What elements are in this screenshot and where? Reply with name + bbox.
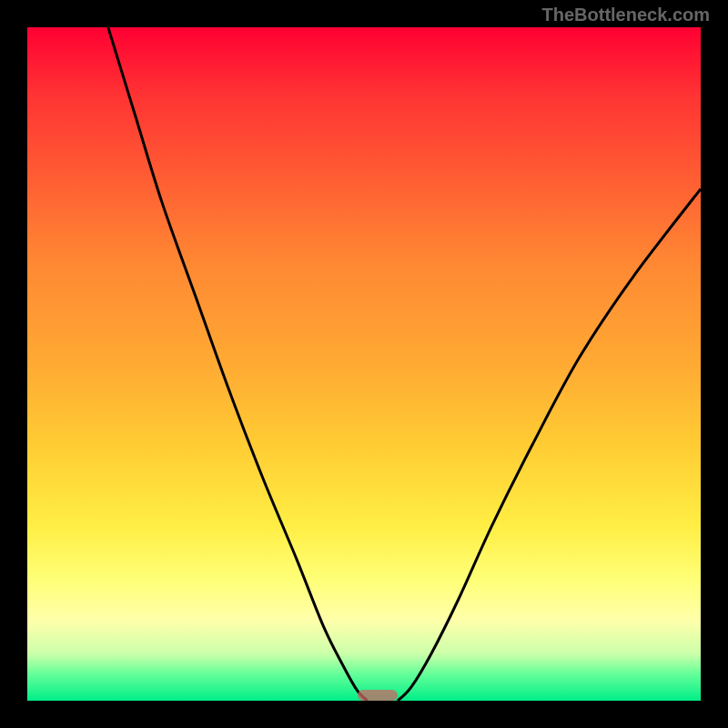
chart-curves: [27, 27, 701, 701]
right-curve-line: [398, 189, 701, 701]
optimal-marker: [358, 690, 398, 701]
watermark-text: TheBottleneck.com: [542, 5, 710, 25]
left-curve-line: [108, 27, 368, 701]
chart-plot-area: [27, 27, 701, 701]
